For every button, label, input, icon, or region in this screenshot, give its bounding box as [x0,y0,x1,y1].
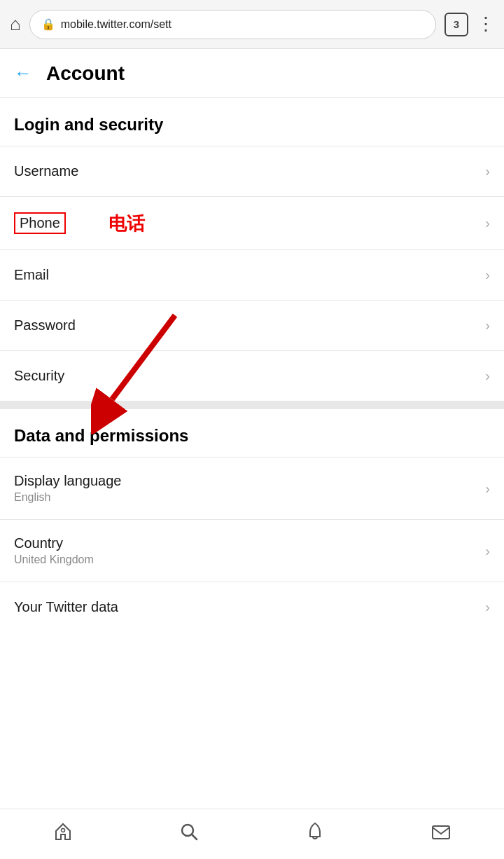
password-chevron: › [485,317,490,334]
twitter-data-label: Your Twitter data [14,599,118,615]
browser-home-icon[interactable]: ⌂ [10,13,21,35]
browser-menu-icon[interactable]: ⋮ [477,13,494,35]
twitter-data-item[interactable]: Your Twitter data › [0,582,504,632]
country-item[interactable]: Country United Kingdom › [0,519,504,582]
page-title: Account [46,62,125,85]
lock-icon: 🔒 [41,18,55,31]
email-content: Email [14,267,49,283]
svg-rect-6 [433,826,449,839]
display-language-value: English [14,491,121,504]
page-header: ← Account [0,49,504,98]
nav-mail-icon [430,821,451,847]
security-content: Security [14,368,64,384]
display-language-chevron: › [485,481,490,497]
data-section-title: Data and permissions [14,426,188,445]
display-language-label: Display language [14,473,121,489]
phone-box: Phone [14,212,66,234]
section-divider [0,401,504,409]
country-label: Country [14,535,94,551]
email-label: Email [14,267,49,283]
phone-chevron: › [485,215,490,231]
tab-badge[interactable]: 3 [444,13,468,36]
security-label: Security [14,368,64,384]
display-language-content: Display language English [14,473,121,504]
email-chevron: › [485,267,490,283]
nav-search[interactable] [161,813,217,855]
login-section-title: Login and security [14,115,163,134]
url-bar[interactable]: 🔒 mobile.twitter.com/sett [29,10,436,39]
password-content: Password [14,317,76,334]
svg-point-2 [62,829,65,832]
nav-home[interactable] [35,813,91,855]
country-chevron: › [485,543,490,559]
security-item[interactable]: Security › [0,350,504,401]
nav-messages[interactable] [413,813,469,855]
login-section-header: Login and security [0,98,504,146]
username-item[interactable]: Username › [0,146,504,196]
email-item[interactable]: Email › [0,249,504,300]
country-value: United Kingdom [14,554,94,566]
security-chevron: › [485,368,490,384]
password-label: Password [14,317,76,334]
bottom-nav [0,809,504,859]
phone-annotation-chinese: 电话 [108,211,145,235]
password-item[interactable]: Password › [0,300,504,350]
username-chevron: › [485,163,490,179]
twitter-data-chevron: › [485,599,490,615]
country-content: Country United Kingdom [14,535,94,566]
nav-search-icon [178,821,200,847]
nav-home-icon [52,821,74,847]
phone-item[interactable]: Phone 电话 › [0,196,504,249]
display-language-item[interactable]: Display language English › [0,457,504,519]
nav-bell-icon [304,821,326,847]
twitter-data-content: Your Twitter data [14,599,118,615]
back-button[interactable]: ← [14,62,32,84]
data-section-header: Data and permissions [0,409,504,457]
username-content: Username [14,163,78,179]
nav-notifications[interactable] [287,813,343,855]
browser-bar: ⌂ 🔒 mobile.twitter.com/sett 3 ⋮ [0,0,504,49]
url-text: mobile.twitter.com/sett [61,18,172,31]
svg-line-4 [192,834,197,839]
phone-label: Phone [14,212,66,234]
username-label: Username [14,163,78,179]
phone-content: Phone [14,212,66,234]
